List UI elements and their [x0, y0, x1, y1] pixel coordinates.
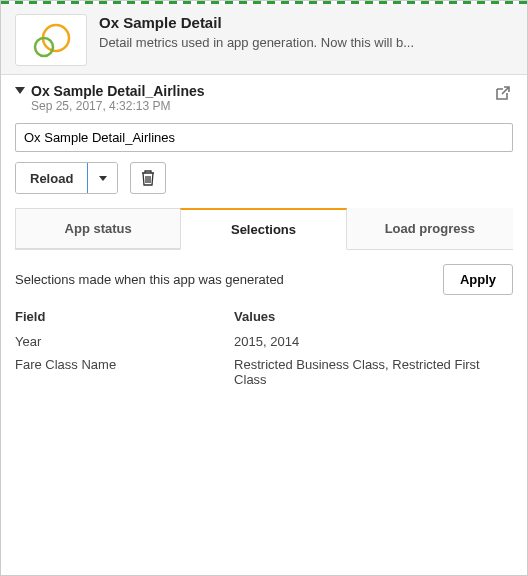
instance-timestamp: Sep 25, 2017, 4:32:13 PM — [31, 99, 485, 113]
tab-selections[interactable]: Selections — [180, 208, 346, 250]
chevron-down-icon — [99, 176, 107, 181]
cell-field: Year — [15, 334, 234, 349]
col-header-field: Field — [15, 309, 234, 324]
tab-app-status[interactable]: App status — [15, 208, 180, 249]
toolbar: Reload — [1, 162, 527, 208]
selections-description: Selections made when this app was genera… — [15, 272, 284, 287]
app-icon — [15, 14, 87, 66]
table-row: Year 2015, 2014 — [15, 330, 513, 353]
delete-button[interactable] — [130, 162, 166, 194]
reload-button[interactable]: Reload — [16, 163, 87, 193]
col-header-values: Values — [234, 309, 513, 324]
tab-load-progress[interactable]: Load progress — [347, 208, 513, 249]
instance-name: Ox Sample Detail_Airlines — [31, 83, 485, 99]
cell-values: 2015, 2014 — [234, 334, 513, 349]
selections-table: Field Values Year 2015, 2014 Fare Class … — [15, 309, 513, 391]
table-header: Field Values — [15, 309, 513, 330]
instance-name-input[interactable] — [15, 123, 513, 152]
cell-values: Restricted Business Class, Restricted Fi… — [234, 357, 513, 387]
table-row: Fare Class Name Restricted Business Clas… — [15, 353, 513, 391]
open-external-button[interactable] — [491, 83, 513, 108]
expand-caret-icon[interactable] — [15, 87, 25, 94]
reload-dropdown-button[interactable] — [87, 163, 117, 193]
open-external-icon — [493, 85, 511, 103]
instance-row: Ox Sample Detail_Airlines Sep 25, 2017, … — [1, 75, 527, 119]
cell-field: Fare Class Name — [15, 357, 234, 387]
tabs: App status Selections Load progress — [15, 208, 513, 250]
app-description: Detail metrics used in app generation. N… — [99, 35, 499, 50]
app-header: Ox Sample Detail Detail metrics used in … — [1, 4, 527, 75]
app-title: Ox Sample Detail — [99, 14, 513, 31]
selections-panel: Selections made when this app was genera… — [1, 250, 527, 405]
trash-icon — [140, 169, 156, 187]
apply-button[interactable]: Apply — [443, 264, 513, 295]
circles-icon — [29, 20, 73, 60]
reload-split-button: Reload — [15, 162, 118, 194]
